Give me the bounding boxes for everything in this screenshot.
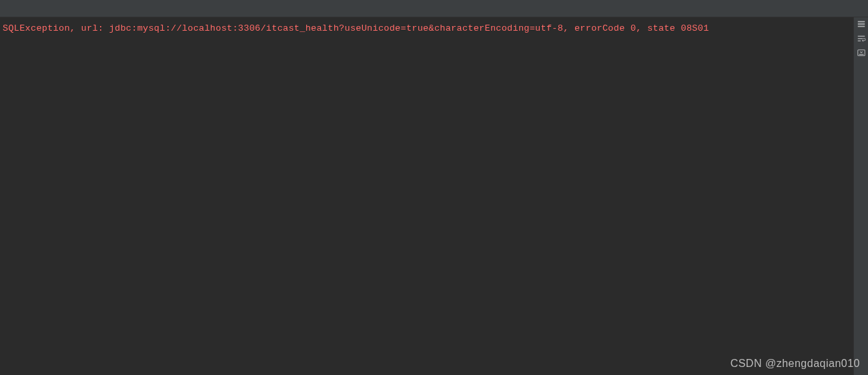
scroll-to-end-icon[interactable] [856, 48, 867, 59]
console-header-bar [0, 0, 868, 17]
svg-rect-1 [857, 23, 865, 25]
svg-rect-3 [857, 36, 865, 37]
svg-rect-5 [857, 41, 860, 41]
content-area: SQLException, url: jdbc:mysql://localhos… [0, 17, 868, 375]
right-tool-sidebar [853, 17, 868, 375]
settings-icon[interactable] [856, 19, 867, 29]
svg-rect-0 [857, 21, 865, 23]
error-message: SQLException, url: jdbc:mysql://localhos… [3, 23, 851, 35]
wrap-text-icon[interactable] [856, 33, 867, 44]
svg-rect-4 [857, 38, 862, 39]
console-output[interactable]: SQLException, url: jdbc:mysql://localhos… [0, 17, 853, 375]
svg-rect-7 [859, 54, 863, 55]
watermark-text: CSDN @zhengdaqian010 [731, 358, 860, 370]
svg-rect-2 [857, 26, 865, 27]
